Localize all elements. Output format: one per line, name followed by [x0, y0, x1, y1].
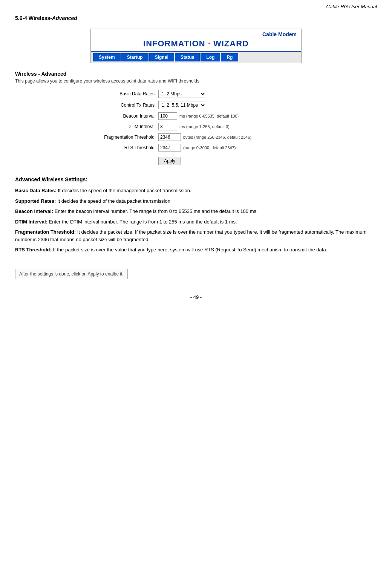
- nav-rg[interactable]: Rg: [221, 53, 238, 61]
- para-fragmentation-threshold: Fragmentation Threshold: It decides the …: [15, 228, 377, 243]
- dot-separator: ·: [208, 39, 211, 48]
- section-bold: Wireless-: [29, 15, 52, 21]
- label-beacon-interval: Beacon Interval: [90, 113, 158, 119]
- term-fragmentation-threshold: Fragmentation Threshold:: [15, 229, 76, 235]
- note-box: After the settings is done, click on App…: [15, 269, 128, 279]
- wireless-description: This page allows you to configure your w…: [15, 78, 377, 84]
- nav-status[interactable]: Status: [175, 53, 200, 61]
- wizard-label: WIZARD: [213, 39, 249, 48]
- para-supported-rates: Supported Rates: It decides the speed of…: [15, 197, 377, 205]
- form-row-apply: Apply: [90, 155, 302, 165]
- nav-system[interactable]: System: [93, 53, 121, 61]
- nav-bar: System Startup Signal Status Log Rg: [91, 52, 301, 63]
- label-basic-data-rates: Basic Data Rates: [90, 91, 158, 96]
- form-row-basic-data-rates: Basic Data Rates 1, 2 Mbps 1, 2, 5.5, 11…: [90, 90, 302, 98]
- apply-button[interactable]: Apply: [158, 157, 181, 165]
- wireless-title: Wireless - Advanced: [15, 71, 377, 77]
- para-beacon-interval: Beacon Interval: Enter the beacon interv…: [15, 208, 377, 215]
- nav-log[interactable]: Log: [201, 53, 220, 61]
- text-basic-data-rates: It decides the speed of the management p…: [58, 188, 191, 193]
- input-area-beacon-interval: ms (range 0-65535, default 100): [158, 112, 239, 120]
- nav-startup[interactable]: Startup: [121, 53, 149, 61]
- label-rts-threshold: RTS Threshold: [90, 145, 158, 150]
- advanced-settings-section: Advanced Wireless Settings: Basic Data R…: [15, 176, 377, 254]
- text-supported-rates: It decides the speed of the data packet …: [57, 198, 172, 204]
- page-number: - 49 -: [190, 294, 202, 300]
- select-basic-data-rates[interactable]: 1, 2 Mbps 1, 2, 5.5, 11 Mbps All: [158, 90, 206, 98]
- label-fragmentation-threshold: Fragmentation Threshold: [90, 135, 158, 140]
- para-rts-threshold: RTS Threshold: If the packet size is ove…: [15, 246, 377, 254]
- text-dtim-interval: Enter the DTIM interval number. The rang…: [49, 219, 237, 225]
- hint-dtim-interval: ms (range 1-255, default 3): [179, 124, 230, 129]
- term-supported-rates: Supported Rates:: [15, 198, 56, 204]
- para-basic-data-rates: Basic Data Rates: It decides the speed o…: [15, 187, 377, 194]
- hint-beacon-interval: ms (range 0-65535, default 100): [179, 114, 239, 118]
- term-rts-threshold: RTS Threshold:: [15, 247, 52, 253]
- form-row-fragmentation-threshold: Fragmentation Threshold bytes (range 256…: [90, 133, 302, 141]
- input-area-fragmentation-threshold: bytes (range 256-2346, default 2346): [158, 133, 251, 141]
- apply-button-area: Apply: [158, 155, 181, 165]
- header-title: Cable RG User Manual: [326, 4, 377, 9]
- section-number: 5.6-4: [15, 15, 27, 21]
- text-beacon-interval: Enter the beacon interval number. The ra…: [55, 208, 258, 214]
- input-area-control-tx-rates: 1, 2 Mbps 1, 2, 5.5, 11 Mbps All: [158, 101, 206, 109]
- input-rts-threshold[interactable]: [158, 144, 181, 152]
- page-header: Cable RG User Manual: [15, 4, 377, 11]
- input-fragmentation-threshold[interactable]: [158, 133, 181, 141]
- label-dtim-interval: DTIM Interval: [90, 124, 158, 129]
- nav-signal[interactable]: Signal: [149, 53, 174, 61]
- info-wizard-header: INFORMATION · WIZARD: [91, 38, 301, 52]
- hint-rts-threshold: (range 0-3000, default 2347): [183, 145, 236, 150]
- input-dtim-interval[interactable]: [158, 123, 177, 130]
- cable-modem-label: Cable Modem: [91, 29, 301, 38]
- input-beacon-interval[interactable]: [158, 112, 177, 120]
- form-row-dtim-interval: DTIM Interval ms (range 1-255, default 3…: [90, 123, 302, 130]
- form-row-rts-threshold: RTS Threshold (range 0-3000, default 234…: [90, 144, 302, 152]
- section-italic: Advanced: [52, 15, 77, 21]
- para-dtim-interval: DTIM Interval: Enter the DTIM interval n…: [15, 218, 377, 226]
- form-row-beacon-interval: Beacon Interval ms (range 0-65535, defau…: [90, 112, 302, 120]
- modem-box: Cable Modem INFORMATION · WIZARD System …: [90, 29, 302, 63]
- wireless-advanced-section: Wireless - Advanced This page allows you…: [15, 71, 377, 84]
- term-beacon-interval: Beacon Interval:: [15, 208, 53, 214]
- form-row-control-tx-rates: Control Tx Rates 1, 2 Mbps 1, 2, 5.5, 11…: [90, 101, 302, 109]
- select-control-tx-rates[interactable]: 1, 2 Mbps 1, 2, 5.5, 11 Mbps All: [158, 101, 206, 109]
- text-rts-threshold: If the packet size is over the value tha…: [53, 247, 327, 253]
- info-label: INFORMATION: [143, 39, 205, 48]
- hint-fragmentation-threshold: bytes (range 256-2346, default 2346): [183, 135, 251, 139]
- input-area-rts-threshold: (range 0-3000, default 2347): [158, 144, 236, 152]
- settings-form: Basic Data Rates 1, 2 Mbps 1, 2, 5.5, 11…: [90, 90, 302, 165]
- page-footer: - 49 -: [15, 294, 377, 300]
- input-area-basic-data-rates: 1, 2 Mbps 1, 2, 5.5, 11 Mbps All: [158, 90, 206, 98]
- input-area-dtim-interval: ms (range 1-255, default 3): [158, 123, 230, 130]
- term-basic-data-rates: Basic Data Rates:: [15, 188, 57, 193]
- settings-main-title: Advanced Wireless Settings:: [15, 176, 377, 182]
- section-heading: 5.6-4 Wireless-Advanced: [15, 15, 377, 21]
- label-control-tx-rates: Control Tx Rates: [90, 103, 158, 108]
- term-dtim-interval: DTIM Interval:: [15, 219, 47, 225]
- note-text: After the settings is done, click on App…: [19, 271, 124, 277]
